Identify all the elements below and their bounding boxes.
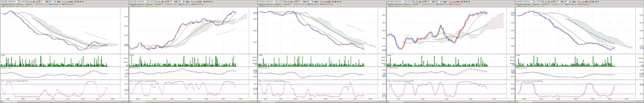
macd-chart-canvas[interactable] bbox=[258, 67, 378, 80]
stochastics-chart-canvas[interactable] bbox=[387, 80, 507, 98]
period-button-4[interactable]: 分 bbox=[553, 1, 556, 3]
volume-chart-canvas[interactable] bbox=[129, 54, 249, 66]
stochastics-chart-canvas[interactable] bbox=[258, 80, 378, 98]
volume-chart-canvas[interactable] bbox=[387, 54, 507, 66]
contract-month-select[interactable]: 12/06 ▼ bbox=[535, 1, 542, 3]
bar-chart-icon[interactable] bbox=[337, 1, 339, 3]
apply-button[interactable]: 適用 bbox=[314, 1, 318, 3]
candlestick-chart-icon[interactable] bbox=[74, 1, 76, 3]
technical-indicators-button[interactable]: テクニカル指標 bbox=[61, 1, 74, 3]
bars-input[interactable] bbox=[306, 1, 312, 3]
settings-icon[interactable] bbox=[468, 1, 470, 3]
contract-month-select[interactable]: 12/06 ▼ bbox=[20, 1, 27, 3]
period-button-1[interactable]: 日 bbox=[29, 1, 32, 3]
bars-input[interactable] bbox=[49, 1, 54, 3]
scrollbar-track[interactable] bbox=[260, 100, 379, 102]
period-button-1[interactable]: 日 bbox=[158, 1, 161, 3]
period-button-1[interactable]: 日 bbox=[544, 1, 547, 3]
period-button-3[interactable]: 月 bbox=[422, 1, 424, 3]
period-button-3[interactable]: 月 bbox=[550, 1, 553, 3]
scroll-right-button[interactable]: ► bbox=[508, 100, 510, 102]
zoom-out-button[interactable]: − bbox=[641, 100, 644, 102]
bar-chart-icon[interactable] bbox=[466, 1, 468, 3]
symbol-select[interactable]: 日経225mini ▼ bbox=[7, 1, 20, 3]
macd-chart-canvas[interactable] bbox=[0, 67, 120, 80]
horizontal-scrollbar[interactable]: ◄ ► + − bbox=[387, 100, 515, 102]
price-chart-canvas[interactable] bbox=[258, 7, 378, 54]
zoom-out-button[interactable]: − bbox=[255, 100, 257, 102]
horizontal-scrollbar[interactable]: ◄ ► + − bbox=[516, 100, 644, 102]
volume-chart-canvas[interactable] bbox=[258, 54, 378, 66]
instrument-category-select[interactable]: 先物 ▼ bbox=[130, 1, 136, 3]
period-button-2[interactable]: 週 bbox=[32, 1, 35, 3]
scrollbar-thumb[interactable] bbox=[17, 100, 121, 102]
minute-input[interactable] bbox=[41, 1, 45, 3]
macd-chart-canvas[interactable] bbox=[516, 67, 635, 80]
scrollbar-thumb[interactable] bbox=[274, 100, 379, 102]
scrollbar-track[interactable] bbox=[3, 100, 121, 102]
period-button-2[interactable]: 週 bbox=[161, 1, 164, 3]
candlestick-chart-icon[interactable] bbox=[332, 1, 334, 3]
stochastics-chart-canvas[interactable] bbox=[516, 80, 635, 98]
bars-input[interactable] bbox=[178, 1, 183, 3]
apply-button[interactable]: 適用 bbox=[185, 1, 190, 3]
symbol-select[interactable]: 日経225mini ▼ bbox=[264, 1, 277, 3]
price-chart-canvas[interactable] bbox=[129, 7, 249, 54]
zoom-out-button[interactable]: − bbox=[512, 100, 515, 102]
technical-indicators-button[interactable]: テクニカル指標 bbox=[190, 1, 202, 3]
scrollbar-thumb[interactable] bbox=[146, 100, 250, 102]
instrument-category-select[interactable]: 先物 ▼ bbox=[0, 1, 6, 3]
instrument-category-select[interactable]: 先物 ▼ bbox=[387, 1, 393, 3]
horizontal-scrollbar[interactable]: ◄ ► + − bbox=[258, 100, 386, 102]
apply-button[interactable]: 適用 bbox=[56, 1, 61, 3]
scrollbar-track[interactable] bbox=[518, 100, 636, 102]
line-chart-icon[interactable] bbox=[463, 1, 466, 3]
zoom-in-button[interactable]: + bbox=[510, 100, 512, 102]
scrollbar-thumb[interactable] bbox=[404, 100, 508, 102]
settings-icon[interactable] bbox=[210, 1, 213, 3]
period-button-3[interactable]: 月 bbox=[35, 1, 38, 3]
zoom-out-button[interactable]: − bbox=[126, 100, 128, 102]
scroll-left-button[interactable]: ◄ bbox=[129, 100, 132, 102]
period-button-4[interactable]: 分 bbox=[296, 1, 298, 3]
period-button-4[interactable]: 分 bbox=[38, 1, 41, 3]
volume-chart-canvas[interactable] bbox=[516, 54, 635, 66]
price-chart-canvas[interactable] bbox=[387, 7, 507, 54]
zoom-in-button[interactable]: + bbox=[639, 100, 641, 102]
scroll-right-button[interactable]: ► bbox=[250, 100, 252, 102]
bars-input[interactable] bbox=[564, 1, 569, 3]
instrument-category-select[interactable]: 先物 ▼ bbox=[258, 1, 264, 3]
contract-month-select[interactable]: 12/06 ▼ bbox=[149, 1, 156, 3]
symbol-select[interactable]: 日経225mini ▼ bbox=[522, 1, 535, 3]
price-chart-canvas[interactable] bbox=[516, 7, 635, 54]
scrollbar-thumb[interactable] bbox=[532, 100, 636, 102]
horizontal-scrollbar[interactable]: ◄ ► + − bbox=[129, 100, 257, 102]
horizontal-scrollbar[interactable]: ◄ ► + − bbox=[0, 100, 128, 102]
scroll-right-button[interactable]: ► bbox=[379, 100, 381, 102]
candlestick-chart-icon[interactable] bbox=[461, 1, 463, 3]
price-chart-canvas[interactable] bbox=[0, 7, 120, 54]
zoom-in-button[interactable]: + bbox=[124, 100, 126, 102]
instrument-category-select[interactable]: 先物 ▼ bbox=[516, 1, 522, 3]
candlestick-chart-icon[interactable] bbox=[203, 1, 205, 3]
line-chart-icon[interactable] bbox=[334, 1, 336, 3]
scroll-left-button[interactable]: ◄ bbox=[387, 100, 389, 102]
bar-chart-icon[interactable] bbox=[79, 1, 82, 3]
bar-chart-icon[interactable] bbox=[594, 1, 597, 3]
technical-indicators-button[interactable]: テクニカル指標 bbox=[576, 1, 589, 3]
macd-chart-canvas[interactable] bbox=[387, 67, 507, 80]
minute-input[interactable] bbox=[556, 1, 560, 3]
minute-input[interactable] bbox=[170, 1, 174, 3]
technical-indicators-button[interactable]: テクニカル指標 bbox=[448, 1, 460, 3]
period-button-3[interactable]: 月 bbox=[164, 1, 167, 3]
technical-indicators-button[interactable]: テクニカル指標 bbox=[319, 1, 331, 3]
scroll-right-button[interactable]: ► bbox=[636, 100, 639, 102]
period-button-2[interactable]: 週 bbox=[547, 1, 550, 3]
bar-chart-icon[interactable] bbox=[208, 1, 210, 3]
period-button-1[interactable]: 日 bbox=[416, 1, 418, 3]
bars-input[interactable] bbox=[435, 1, 440, 3]
macd-chart-canvas[interactable] bbox=[129, 67, 249, 80]
volume-chart-canvas[interactable] bbox=[0, 54, 120, 66]
scrollbar-track[interactable] bbox=[389, 100, 508, 102]
stochastics-chart-canvas[interactable] bbox=[129, 80, 249, 98]
